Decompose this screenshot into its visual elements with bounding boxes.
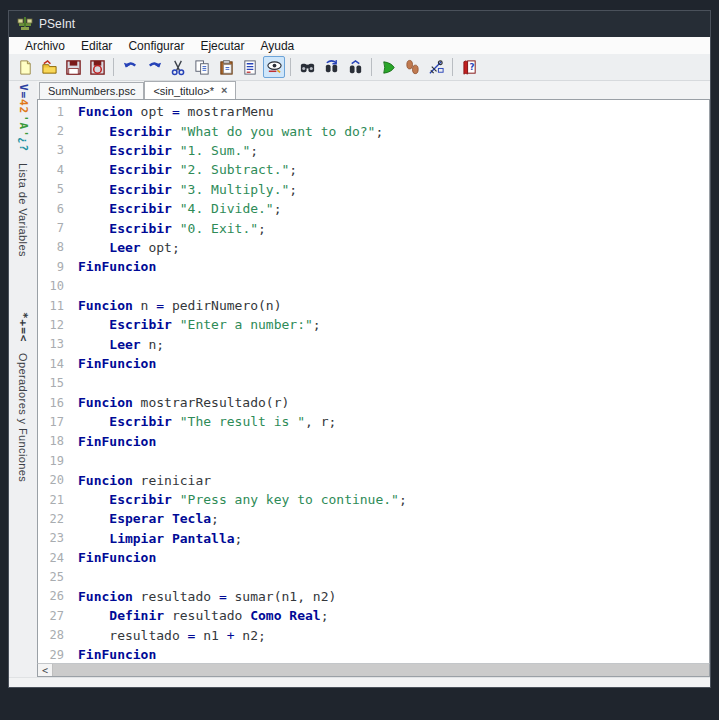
code-line: 7 Escribir "0. Exit.";: [38, 218, 709, 237]
code-line: 5 Escribir "3. Multiply.";: [38, 180, 709, 199]
save-file-icon[interactable]: [62, 56, 84, 78]
code-text: Funcion n = pedirNumero(n): [78, 298, 282, 313]
code-text: Escribir "3. Multiply.";: [78, 182, 297, 197]
select-all-icon[interactable]: [239, 56, 261, 78]
side-panel-tabs: V=42'A'¿?Lista de Variables*+=<Operadore…: [9, 81, 37, 677]
code-line: 14FinFuncion: [38, 354, 709, 373]
line-number: 16: [38, 396, 64, 410]
horizontal-scrollbar[interactable]: <: [37, 663, 710, 677]
line-number: 14: [38, 357, 64, 371]
code-text: Escribir "2. Subtract.";: [78, 162, 297, 177]
line-number: 15: [38, 376, 64, 390]
code-editor[interactable]: 1Funcion opt = mostrarMenu2 Escribir "Wh…: [37, 99, 710, 663]
line-number: 3: [38, 143, 64, 157]
side-tab-icon: *+=<: [17, 312, 30, 343]
side-tab-icon: 42: [17, 99, 30, 114]
help-icon[interactable]: ?: [458, 56, 480, 78]
new-file-icon[interactable]: [14, 56, 36, 78]
code-text: Funcion reiniciar: [78, 473, 211, 488]
code-text: Escribir "Enter a number:";: [78, 317, 321, 332]
line-number: 27: [38, 609, 64, 623]
code-line: 4 Escribir "2. Subtract.";: [38, 160, 709, 179]
code-line: 19: [38, 451, 709, 470]
menu-configurar[interactable]: Configurar: [120, 39, 192, 53]
cut-icon[interactable]: [167, 56, 189, 78]
toolbar-separator: [290, 58, 291, 76]
code-text: Escribir "1. Sum.";: [78, 143, 258, 158]
line-number: 25: [38, 570, 64, 584]
flowchart-icon[interactable]: [425, 56, 447, 78]
toolbar: ?: [9, 54, 710, 81]
editor-panel: SumNumbers.psc <sin_titulo>* × 1Funcion …: [37, 81, 710, 677]
code-line: 12 Escribir "Enter a number:";: [38, 315, 709, 334]
menu-archivo[interactable]: Archivo: [17, 39, 73, 53]
menu-ayuda[interactable]: Ayuda: [252, 39, 302, 53]
redo-icon[interactable]: [143, 56, 165, 78]
line-number: 19: [38, 454, 64, 468]
find-icon[interactable]: [296, 56, 318, 78]
code-text: Escribir "0. Exit.";: [78, 221, 266, 236]
code-line: 27 Definir resultado Como Real;: [38, 606, 709, 625]
undo-icon[interactable]: [119, 56, 141, 78]
code-line: 17 Escribir "The result is ", r;: [38, 412, 709, 431]
side-tab-operadores[interactable]: *+=<Operadores y Funciones: [17, 312, 30, 482]
tab-sin-titulo[interactable]: <sin_titulo>* ×: [144, 81, 236, 99]
line-number: 12: [38, 318, 64, 332]
code-line: 9FinFuncion: [38, 257, 709, 276]
code-text: Funcion resultado = sumar(n1, n2): [78, 589, 336, 604]
pseint-window: PSeInt Archivo Editar Configurar Ejecuta…: [8, 10, 711, 688]
menu-ejecutar[interactable]: Ejecutar: [192, 39, 252, 53]
line-number: 9: [38, 260, 64, 274]
code-text: Definir resultado Como Real;: [78, 608, 328, 623]
side-tab-icon: V=: [17, 84, 30, 99]
code-line: 13 Leer n;: [38, 335, 709, 354]
scroll-left-button[interactable]: <: [38, 664, 53, 676]
line-number: 28: [38, 628, 64, 642]
code-line: 18FinFuncion: [38, 432, 709, 451]
code-line: 22 Esperar Tecla;: [38, 509, 709, 528]
code-line: 21 Escribir "Press any key to continue."…: [38, 490, 709, 509]
copy-icon[interactable]: [191, 56, 213, 78]
open-file-icon[interactable]: [38, 56, 60, 78]
pseint-logo-icon: [17, 16, 33, 32]
line-number: 7: [38, 221, 64, 235]
line-number: 13: [38, 337, 64, 351]
step-run-icon[interactable]: [401, 56, 423, 78]
line-number: 20: [38, 473, 64, 487]
code-text: Escribir "What do you want to do?";: [78, 124, 383, 139]
syntax-check-icon[interactable]: [263, 56, 285, 78]
scrollbar-track[interactable]: [53, 664, 709, 676]
line-number: 8: [38, 240, 64, 254]
code-text: Leer n;: [78, 337, 164, 352]
line-number: 18: [38, 434, 64, 448]
svg-text:?: ?: [469, 62, 474, 72]
title-bar: PSeInt: [9, 11, 710, 37]
code-line: 28 resultado = n1 + n2;: [38, 626, 709, 645]
toolbar-separator: [452, 58, 453, 76]
code-text: Escribir "Press any key to continue.";: [78, 492, 407, 507]
line-number: 5: [38, 182, 64, 196]
code-line: 6 Escribir "4. Divide.";: [38, 199, 709, 218]
tab-sumnumbers[interactable]: SumNumbers.psc: [39, 82, 144, 99]
side-tab-variables[interactable]: V=42'A'¿?Lista de Variables: [17, 84, 30, 256]
line-number: 11: [38, 299, 64, 313]
code-line: 11Funcion n = pedirNumero(n): [38, 296, 709, 315]
code-line: 16Funcion mostrarResultado(r): [38, 393, 709, 412]
line-number: 4: [38, 163, 64, 177]
code-text: resultado = n1 + n2;: [78, 628, 266, 643]
replace-icon[interactable]: [344, 56, 366, 78]
paste-icon[interactable]: [215, 56, 237, 78]
code-line: 1Funcion opt = mostrarMenu: [38, 102, 709, 121]
save-as-icon[interactable]: [86, 56, 108, 78]
side-tab-label: Operadores y Funciones: [17, 353, 29, 482]
close-tab-icon[interactable]: ×: [221, 85, 227, 96]
line-number: 22: [38, 512, 64, 526]
code-line: 2 Escribir "What do you want to do?";: [38, 121, 709, 140]
run-icon[interactable]: [377, 56, 399, 78]
code-text: FinFuncion: [78, 550, 156, 565]
code-line: 25: [38, 567, 709, 586]
find-next-icon[interactable]: [320, 56, 342, 78]
line-number: 17: [38, 415, 64, 429]
menu-editar[interactable]: Editar: [73, 39, 120, 53]
toolbar-separator: [371, 58, 372, 76]
